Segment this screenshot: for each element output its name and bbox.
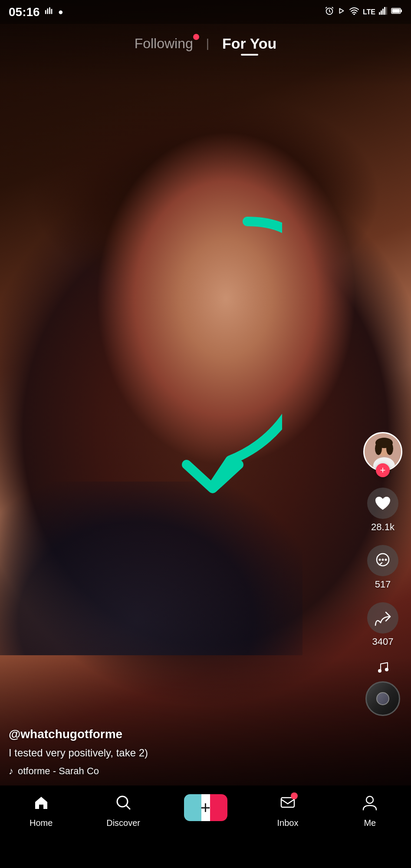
tab-for-you[interactable]: For You xyxy=(222,35,276,52)
bottom-navigation: Home Discover + Inbox xyxy=(0,785,411,868)
me-label: Me xyxy=(364,818,376,828)
svg-point-24 xyxy=(378,669,381,673)
clothing-area xyxy=(0,482,302,655)
me-icon xyxy=(362,794,378,815)
svg-rect-3 xyxy=(51,9,52,14)
inbox-label: Inbox xyxy=(277,818,298,828)
inbox-notification-dot xyxy=(291,792,298,799)
status-left: 05:16 ● xyxy=(9,5,63,19)
nav-inbox[interactable]: Inbox xyxy=(247,794,329,828)
bottom-info-overlay: @whatchugotforme I tested very positivel… xyxy=(9,727,342,777)
nav-create[interactable]: + xyxy=(164,794,247,821)
video-caption: I tested very positively, take 2) xyxy=(9,746,342,760)
svg-point-28 xyxy=(366,796,373,803)
svg-rect-12 xyxy=(401,10,402,12)
svg-rect-1 xyxy=(47,9,48,14)
svg-point-19 xyxy=(386,442,393,455)
follow-button[interactable]: + xyxy=(376,463,390,477)
alarm-icon xyxy=(325,6,334,18)
share-action[interactable]: 3407 xyxy=(367,602,398,647)
home-icon xyxy=(33,794,49,815)
like-action[interactable]: 28.1k xyxy=(367,488,398,533)
svg-point-23 xyxy=(385,559,387,561)
creator-handle[interactable]: @whatchugotforme xyxy=(9,727,342,741)
svg-rect-9 xyxy=(384,7,385,15)
svg-point-5 xyxy=(353,13,355,15)
svg-point-18 xyxy=(375,442,382,455)
comment-count: 517 xyxy=(375,579,391,590)
svg-rect-8 xyxy=(382,9,384,15)
wifi-icon xyxy=(349,7,359,17)
discover-icon xyxy=(115,794,132,815)
inbox-badge-container xyxy=(279,794,296,815)
music-note-area xyxy=(365,660,400,716)
battery-icon xyxy=(391,7,402,17)
like-count: 28.1k xyxy=(371,521,395,533)
notification-dot-icon: ● xyxy=(58,7,63,17)
svg-rect-7 xyxy=(381,10,382,15)
creator-avatar-container[interactable]: + xyxy=(363,432,402,471)
discover-label: Discover xyxy=(106,818,140,828)
music-note-small-icon: ♪ xyxy=(9,766,13,777)
svg-point-21 xyxy=(379,559,381,561)
like-icon-circle[interactable] xyxy=(367,488,398,519)
svg-rect-2 xyxy=(49,7,50,14)
lte-icon: LTE xyxy=(363,8,375,16)
music-text: otforme - Sarah Co xyxy=(18,766,99,777)
svg-rect-13 xyxy=(392,9,400,13)
comment-icon-circle[interactable] xyxy=(367,545,398,576)
music-disc[interactable] xyxy=(365,681,400,716)
equalizer-icon xyxy=(44,6,54,18)
nav-home[interactable]: Home xyxy=(0,794,82,828)
svg-point-22 xyxy=(382,559,384,561)
signal-icon xyxy=(379,7,388,17)
bluetooth-icon xyxy=(338,6,345,18)
header-tabs: Following | For You xyxy=(0,24,411,63)
create-button[interactable]: + xyxy=(184,794,227,821)
music-info: ♪ otforme - Sarah Co xyxy=(9,766,342,777)
svg-rect-10 xyxy=(386,7,387,15)
tab-following[interactable]: Following xyxy=(135,36,193,52)
share-icon-circle[interactable] xyxy=(367,602,398,634)
create-plus-icon: + xyxy=(201,798,210,818)
following-notification-dot xyxy=(193,34,199,40)
svg-point-25 xyxy=(385,668,388,671)
comment-action[interactable]: 517 xyxy=(367,545,398,590)
home-label: Home xyxy=(30,818,53,828)
nav-discover[interactable]: Discover xyxy=(82,794,164,828)
nav-me[interactable]: Me xyxy=(329,794,411,828)
svg-rect-6 xyxy=(379,12,380,15)
svg-rect-27 xyxy=(281,798,294,807)
svg-rect-0 xyxy=(45,10,46,14)
tab-separator: | xyxy=(206,36,209,50)
status-bar: 05:16 ● xyxy=(0,0,411,24)
share-count: 3407 xyxy=(372,636,394,647)
status-time: 05:16 xyxy=(9,5,40,19)
music-note-icon xyxy=(375,660,390,678)
status-right-icons: LTE xyxy=(325,6,402,18)
action-buttons: + 28.1k 517 xyxy=(363,432,402,716)
music-disc-center xyxy=(376,692,389,705)
